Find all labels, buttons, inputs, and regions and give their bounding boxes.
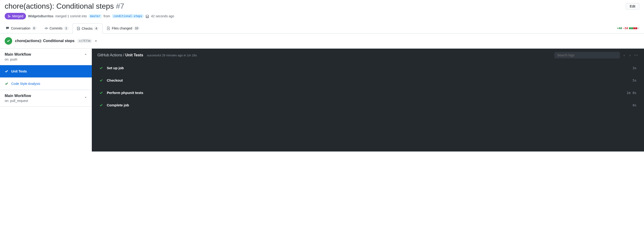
breadcrumb-current: Unit Tests bbox=[125, 53, 143, 57]
workflow-subtitle: on: push bbox=[5, 58, 31, 61]
check-icon bbox=[5, 82, 8, 86]
conversation-icon bbox=[6, 26, 10, 30]
state-badge: Merged bbox=[5, 13, 26, 19]
job-label: Unit Tests bbox=[11, 69, 27, 73]
status-check-circle bbox=[5, 37, 12, 45]
check-icon bbox=[99, 66, 103, 70]
pr-author[interactable]: WidgetsBurritos bbox=[28, 14, 54, 18]
log-status: successful 29 minutes ago in 1m 16s bbox=[147, 54, 197, 57]
diff-squares bbox=[629, 27, 639, 29]
state-label: Merged bbox=[12, 14, 23, 18]
commit-dropdown-caret[interactable]: ▼ bbox=[95, 40, 97, 42]
job-code-style-analysis[interactable]: Code Style Analysis bbox=[0, 78, 92, 90]
merged-text: merged 1 commit into bbox=[55, 14, 87, 18]
log-step[interactable]: Perform phpunit tests 1m 8s bbox=[92, 87, 644, 99]
tab-commits-label: Commits bbox=[50, 26, 62, 30]
diffstat[interactable]: +40 −50 bbox=[617, 27, 642, 30]
pr-tabs: Conversation 0 Commits 1 Checks 4 Files … bbox=[0, 23, 644, 33]
checks-sidebar: Main Workflow on: push ⌃ Unit Tests Code… bbox=[0, 49, 92, 151]
tab-commits[interactable]: Commits 1 bbox=[40, 23, 72, 33]
pr-title: chore(actions): Conditional steps #7 bbox=[5, 2, 124, 10]
check-icon bbox=[6, 39, 10, 43]
breadcrumb-prefix: GitHub Actions / bbox=[98, 53, 125, 57]
base-branch[interactable]: master bbox=[89, 14, 102, 18]
chevron-up-icon: ⌃ bbox=[84, 52, 87, 57]
files-icon bbox=[106, 26, 110, 30]
tab-checks-count: 4 bbox=[94, 26, 98, 31]
workflow-header-push[interactable]: Main Workflow on: push ⌃ bbox=[0, 49, 92, 65]
pr-number: #7 bbox=[116, 2, 124, 10]
diff-deletions: −50 bbox=[623, 27, 628, 30]
log-breadcrumb: GitHub Actions / Unit Tests bbox=[98, 53, 143, 57]
tab-conversation-count: 0 bbox=[32, 26, 36, 30]
log-step[interactable]: Complete job 0s bbox=[92, 99, 644, 111]
more-menu-icon[interactable]: ··· bbox=[634, 53, 638, 57]
step-name: Set up job bbox=[107, 66, 629, 70]
from-text: from bbox=[104, 14, 110, 18]
step-name: Checkout bbox=[107, 78, 629, 82]
step-time: 3s bbox=[632, 66, 636, 70]
tab-commits-count: 1 bbox=[64, 26, 68, 30]
job-unit-tests[interactable]: Unit Tests bbox=[0, 65, 92, 78]
merge-icon bbox=[8, 14, 11, 18]
step-name: Perform phpunit tests bbox=[107, 91, 623, 95]
step-time: 1m 8s bbox=[627, 91, 636, 95]
workflow-title: Main Workflow bbox=[5, 94, 31, 98]
commits-icon bbox=[44, 26, 48, 30]
tab-conversation[interactable]: Conversation 0 bbox=[2, 23, 40, 33]
commit-bar: chore(actions): Conditional steps cc7573… bbox=[0, 33, 644, 49]
job-label: Code Style Analysis bbox=[11, 82, 40, 86]
head-branch[interactable]: conditional-steps bbox=[112, 14, 144, 18]
tab-files[interactable]: Files changed 10 bbox=[102, 23, 144, 33]
check-icon bbox=[99, 79, 103, 82]
commit-title: chore(actions): Conditional steps bbox=[15, 39, 74, 43]
log-step[interactable]: Checkout 5s bbox=[92, 74, 644, 87]
tab-files-count: 10 bbox=[134, 26, 140, 30]
commit-sha[interactable]: cc7573e bbox=[77, 39, 92, 43]
check-icon bbox=[99, 103, 103, 107]
tab-checks-label: Checks bbox=[82, 27, 93, 30]
time-ago: 42 seconds ago bbox=[151, 14, 174, 18]
workflow-title: Main Workflow bbox=[5, 52, 31, 57]
search-logs-input[interactable] bbox=[554, 52, 620, 58]
clipboard-icon[interactable] bbox=[146, 14, 149, 18]
edit-button[interactable]: Edit bbox=[626, 3, 639, 9]
tab-files-label: Files changed bbox=[112, 26, 132, 30]
pr-title-text: chore(actions): Conditional steps bbox=[5, 2, 114, 10]
diff-additions: +40 bbox=[617, 27, 622, 30]
check-icon bbox=[5, 69, 8, 73]
prev-result-icon[interactable]: ‹ bbox=[623, 52, 626, 58]
log-step[interactable]: Set up job 3s bbox=[92, 62, 644, 74]
chevron-down-icon: ⌄ bbox=[84, 94, 87, 99]
workflow-subtitle: on: pull_request bbox=[5, 99, 31, 103]
checks-icon bbox=[76, 27, 80, 30]
workflow-header-pull-request[interactable]: Main Workflow on: pull_request ⌄ bbox=[0, 90, 92, 107]
next-result-icon[interactable]: › bbox=[628, 52, 632, 58]
tab-checks[interactable]: Checks 4 bbox=[72, 23, 103, 33]
check-icon bbox=[99, 91, 103, 95]
log-panel: GitHub Actions / Unit Tests successful 2… bbox=[92, 49, 644, 151]
step-name: Complete job bbox=[107, 103, 629, 107]
tab-conversation-label: Conversation bbox=[11, 26, 30, 30]
step-time: 0s bbox=[632, 103, 636, 107]
step-time: 5s bbox=[632, 79, 636, 82]
